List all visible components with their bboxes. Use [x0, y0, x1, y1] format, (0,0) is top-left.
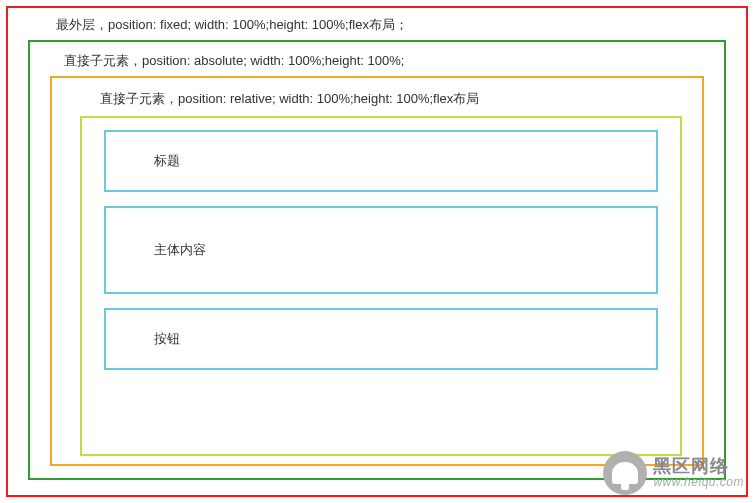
mushroom-icon [612, 462, 638, 484]
outer-layer-label: 最外层，position: fixed; width: 100%;height:… [56, 16, 726, 34]
title-box: 标题 [104, 130, 658, 192]
green-container: 直接子元素，position: absolute; width: 100%;he… [28, 40, 726, 480]
watermark-url: www.heiqu.com [653, 476, 744, 489]
yellowgreen-flex-container: 标题 主体内容 按钮 [80, 116, 682, 456]
absolute-child-label: 直接子元素，position: absolute; width: 100%;he… [64, 52, 704, 70]
outer-fixed-layer: 最外层，position: fixed; width: 100%;height:… [6, 6, 748, 497]
watermark-logo-icon [603, 451, 647, 495]
watermark-brand: 黑区网络 [653, 457, 744, 477]
relative-child-label: 直接子元素，position: relative; width: 100%;he… [100, 90, 682, 108]
button-box: 按钮 [104, 308, 658, 370]
body-content-box: 主体内容 [104, 206, 658, 294]
body-content-label: 主体内容 [154, 241, 206, 259]
watermark-text: 黑区网络 www.heiqu.com [653, 457, 744, 490]
button-box-label: 按钮 [154, 330, 180, 348]
title-box-label: 标题 [154, 152, 180, 170]
watermark: 黑区网络 www.heiqu.com [603, 451, 744, 495]
orange-container: 直接子元素，position: relative; width: 100%;he… [50, 76, 704, 466]
